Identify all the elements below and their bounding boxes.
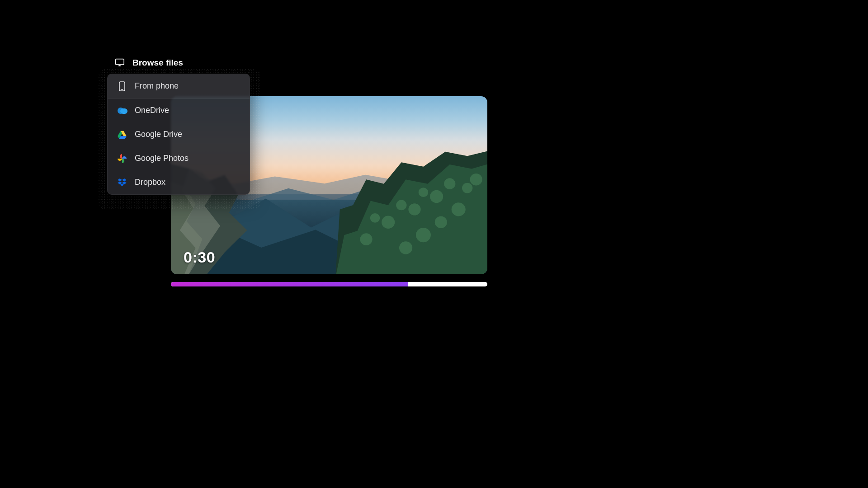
menu-item-from-phone[interactable]: From phone xyxy=(108,74,250,99)
svg-rect-16 xyxy=(119,65,120,66)
menu-item-label: Google Drive xyxy=(135,130,182,139)
menu-item-label: Dropbox xyxy=(135,178,165,187)
menu-item-label: From phone xyxy=(135,81,179,91)
svg-rect-18 xyxy=(121,89,123,89)
svg-point-7 xyxy=(382,216,395,229)
progress-fill xyxy=(171,282,408,286)
menu-item-onedrive[interactable]: OneDrive xyxy=(108,99,250,122)
google-drive-icon xyxy=(118,130,127,139)
browse-files-label: Browse files xyxy=(132,58,183,68)
svg-point-13 xyxy=(399,242,412,254)
dropbox-icon xyxy=(118,178,127,187)
thumbnail-forest xyxy=(335,150,487,274)
svg-point-9 xyxy=(360,234,372,245)
svg-rect-14 xyxy=(116,59,124,65)
svg-point-3 xyxy=(430,190,443,203)
svg-point-12 xyxy=(416,228,431,242)
svg-point-10 xyxy=(452,202,466,216)
menu-item-dropbox[interactable]: Dropbox xyxy=(108,170,250,194)
source-menu: From phone OneDrive Google Drive Google xyxy=(107,74,250,195)
svg-point-0 xyxy=(470,174,482,185)
progress-bar[interactable] xyxy=(171,282,487,286)
svg-point-8 xyxy=(370,213,380,223)
svg-point-4 xyxy=(419,188,428,197)
menu-item-google-drive[interactable]: Google Drive xyxy=(108,122,250,146)
phone-icon xyxy=(118,82,127,91)
svg-point-5 xyxy=(408,203,420,215)
monitor-icon xyxy=(115,58,124,67)
svg-point-1 xyxy=(462,183,472,193)
google-photos-icon xyxy=(118,154,127,163)
video-timestamp: 0:30 xyxy=(184,249,215,266)
svg-point-11 xyxy=(435,216,447,228)
menu-item-label: Google Photos xyxy=(135,154,189,163)
menu-item-google-photos[interactable]: Google Photos xyxy=(108,146,250,170)
svg-point-2 xyxy=(444,178,455,190)
onedrive-icon xyxy=(118,106,127,115)
svg-point-6 xyxy=(396,200,406,211)
menu-item-label: OneDrive xyxy=(135,106,169,115)
browse-files-button[interactable]: Browse files xyxy=(115,58,183,68)
